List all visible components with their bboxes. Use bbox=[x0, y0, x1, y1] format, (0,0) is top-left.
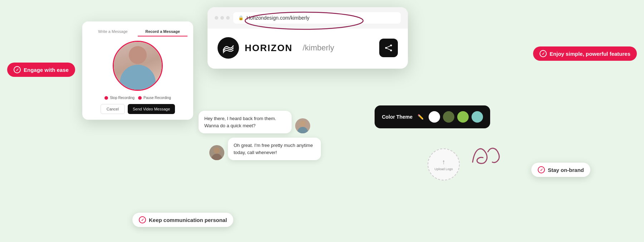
stop-dot bbox=[104, 96, 108, 100]
svg-point-1 bbox=[220, 40, 236, 56]
video-action-buttons: Cancel Send Video Message bbox=[88, 104, 187, 114]
dot-red bbox=[215, 16, 218, 20]
url-text: Horizondesign.com/kimberly bbox=[247, 15, 309, 21]
send-video-button[interactable]: Send Video Message bbox=[128, 104, 175, 114]
dot-green bbox=[226, 16, 230, 20]
chat-row-sent: Oh great. I'm free pretty much anytime t… bbox=[209, 138, 321, 160]
powerful-badge: ✓ Enjoy simple, powerful features bbox=[533, 46, 637, 61]
brand-slug: /kimberly bbox=[303, 43, 334, 53]
url-circle-decoration bbox=[243, 10, 365, 31]
svg-line-5 bbox=[387, 46, 390, 48]
cancel-button[interactable]: Cancel bbox=[101, 104, 125, 114]
check-icon: ✓ bbox=[14, 66, 21, 73]
avatar-sender-2 bbox=[209, 145, 224, 160]
powerful-label: Enjoy simple, powerful features bbox=[550, 51, 630, 57]
pause-dot bbox=[138, 96, 142, 100]
share-icon bbox=[385, 44, 392, 52]
video-avatar bbox=[113, 41, 163, 91]
keep-personal-badge: ✓ Keep communication personal bbox=[132, 213, 233, 227]
brand-row: HORIZON /kimberly bbox=[218, 37, 398, 59]
signature-decoration bbox=[468, 142, 506, 173]
avatar-sender-1 bbox=[295, 118, 310, 133]
video-tabs: Write a Message Record a Message bbox=[88, 27, 187, 36]
chat-bubble-2: Oh great. I'm free pretty much anytime t… bbox=[228, 138, 321, 160]
video-message-card: Write a Message Record a Message Stop Re… bbox=[82, 21, 193, 120]
lock-icon: 🔒 bbox=[238, 15, 244, 20]
svg-point-3 bbox=[385, 47, 387, 49]
tab-write[interactable]: Write a Message bbox=[88, 27, 138, 36]
browser-body: HORIZON /kimberly bbox=[208, 29, 408, 69]
chat-bubble-1: Hey there, I heard back from them. Wanna… bbox=[199, 111, 292, 133]
swatch-white[interactable] bbox=[429, 111, 440, 123]
recording-controls: Stop Recording Pause Recording bbox=[88, 96, 187, 100]
stay-brand-badge: ✓ Stay on-brand bbox=[531, 163, 590, 177]
color-theme-card: Color Theme ✏️ bbox=[375, 105, 490, 128]
pencil-icon[interactable]: ✏️ bbox=[418, 114, 424, 120]
chat-container: Hey there, I heard back from them. Wanna… bbox=[199, 111, 321, 164]
browser-header: 🔒 Horizondesign.com/kimberly bbox=[208, 7, 408, 29]
swatch-olive[interactable] bbox=[443, 111, 454, 123]
engage-label: Engage with ease bbox=[24, 67, 69, 73]
upload-logo-label: Upload Logo bbox=[434, 167, 453, 171]
horizon-logo bbox=[218, 37, 239, 59]
url-bar[interactable]: 🔒 Horizondesign.com/kimberly bbox=[233, 12, 401, 24]
keep-personal-label: Keep communication personal bbox=[149, 217, 227, 223]
swatch-teal[interactable] bbox=[472, 111, 483, 123]
check-icon-2: ✓ bbox=[540, 50, 547, 57]
swatch-green[interactable] bbox=[457, 111, 469, 123]
svg-point-2 bbox=[390, 45, 392, 46]
browser-dots bbox=[215, 16, 230, 20]
engage-badge: ✓ Engage with ease bbox=[7, 63, 75, 77]
browser-card: 🔒 Horizondesign.com/kimberly HORIZON /ki… bbox=[208, 7, 408, 69]
stay-brand-label: Stay on-brand bbox=[548, 167, 584, 173]
svg-line-6 bbox=[387, 48, 390, 50]
check-icon-3: ✓ bbox=[139, 216, 146, 223]
chat-row-received: Hey there, I heard back from them. Wanna… bbox=[199, 111, 321, 133]
signature-svg bbox=[468, 142, 506, 169]
share-button[interactable] bbox=[379, 39, 398, 57]
pause-recording-btn[interactable]: Pause Recording bbox=[138, 96, 171, 100]
dot-yellow bbox=[220, 16, 224, 20]
upload-logo-button[interactable]: ↑ Upload Logo bbox=[428, 148, 460, 181]
stop-recording-btn[interactable]: Stop Recording bbox=[104, 96, 135, 100]
color-theme-label: Color Theme bbox=[382, 114, 413, 120]
upload-icon: ↑ bbox=[442, 158, 445, 166]
color-swatches bbox=[429, 111, 483, 123]
tab-record[interactable]: Record a Message bbox=[138, 27, 187, 36]
check-icon-4: ✓ bbox=[538, 166, 545, 173]
svg-point-4 bbox=[390, 50, 392, 51]
brand-name: HORIZON bbox=[245, 43, 293, 54]
horizon-logo-svg bbox=[220, 40, 236, 56]
